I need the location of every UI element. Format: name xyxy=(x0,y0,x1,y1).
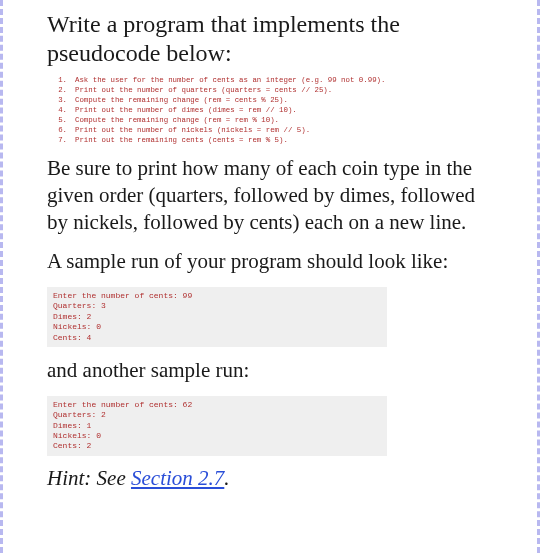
pseudocode-line: 6.Print out the number of nickels (nicke… xyxy=(47,126,497,136)
hint-line: Hint: See Section 2.7. xyxy=(47,466,497,491)
hint-link[interactable]: Section 2.7 xyxy=(131,466,224,490)
sample-run-1: Enter the number of cents: 99 Quarters: … xyxy=(47,287,387,347)
pseudocode-line-number: 4. xyxy=(47,106,75,116)
pseudocode-block: 1.Ask the user for the number of cents a… xyxy=(47,76,497,146)
pseudocode-line-text: Print out the remaining cents (cents = r… xyxy=(75,136,288,146)
hint-suffix: . xyxy=(224,466,229,490)
paragraph-sample-intro: A sample run of your program should look… xyxy=(47,248,497,275)
pseudocode-line-number: 1. xyxy=(47,76,75,86)
pseudocode-line: 3.Compute the remaining change (rem = ce… xyxy=(47,96,497,106)
pseudocode-line: 1.Ask the user for the number of cents a… xyxy=(47,76,497,86)
pseudocode-line-number: 6. xyxy=(47,126,75,136)
pseudocode-line-text: Compute the remaining change (rem = cent… xyxy=(75,96,288,106)
heading-main: Write a program that implements the pseu… xyxy=(47,10,497,68)
pseudocode-line-text: Print out the number of dimes (dimes = r… xyxy=(75,106,297,116)
pseudocode-line: 7.Print out the remaining cents (cents =… xyxy=(47,136,497,146)
pseudocode-line-text: Compute the remaining change (rem = rem … xyxy=(75,116,279,126)
hint-prefix: Hint: See xyxy=(47,466,131,490)
pseudocode-line-number: 2. xyxy=(47,86,75,96)
content-frame: Write a program that implements the pseu… xyxy=(0,0,540,553)
pseudocode-line-number: 7. xyxy=(47,136,75,146)
pseudocode-line-text: Print out the number of nickels (nickels… xyxy=(75,126,310,136)
pseudocode-line-number: 5. xyxy=(47,116,75,126)
pseudocode-line-text: Print out the number of quarters (quarte… xyxy=(75,86,332,96)
pseudocode-line: 2.Print out the number of quarters (quar… xyxy=(47,86,497,96)
paragraph-order: Be sure to print how many of each coin t… xyxy=(47,155,497,236)
pseudocode-line-number: 3. xyxy=(47,96,75,106)
pseudocode-line: 4.Print out the number of dimes (dimes =… xyxy=(47,106,497,116)
pseudocode-line-text: Ask the user for the number of cents as … xyxy=(75,76,385,86)
sample-run-2: Enter the number of cents: 62 Quarters: … xyxy=(47,396,387,456)
pseudocode-line: 5.Compute the remaining change (rem = re… xyxy=(47,116,497,126)
paragraph-sample2-intro: and another sample run: xyxy=(47,357,497,384)
